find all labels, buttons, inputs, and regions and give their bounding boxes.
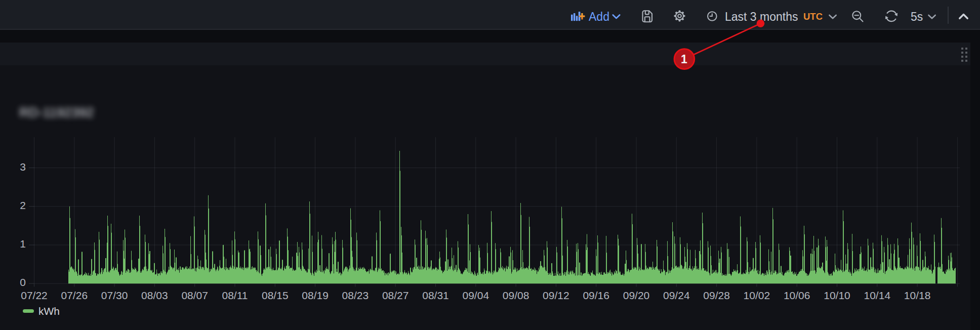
svg-text:1: 1 [681, 53, 687, 66]
